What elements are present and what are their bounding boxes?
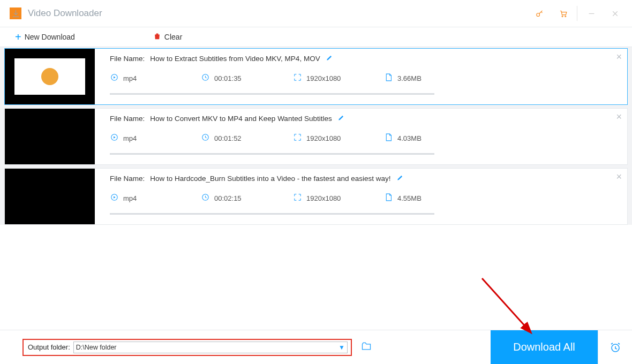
duration-value: 00:02:15 (214, 194, 242, 202)
footer: Output folder: D:\New folder ▼ Download … (0, 330, 632, 364)
clear-button[interactable]: Clear (138, 32, 197, 42)
file-icon (384, 73, 393, 84)
remove-item-button[interactable]: × (616, 172, 622, 181)
format-icon (110, 133, 119, 143)
file-name-value: How to Extract Subtitles from Video MKV,… (150, 55, 320, 63)
download-card[interactable]: File Name:How to Extract Subtitles from … (4, 48, 628, 105)
progress-bar (110, 153, 434, 155)
file-meta-row: mp400:02:151920x10804.55MB (110, 193, 616, 203)
file-name-value: How to Convert MKV to MP4 and Keep Wante… (150, 115, 332, 123)
maximize-icon (293, 193, 302, 203)
duration-value: 00:01:35 (214, 74, 242, 82)
close-button[interactable] (603, 3, 627, 24)
maximize-icon (293, 133, 302, 143)
clear-label: Clear (164, 33, 182, 41)
file-name-row: File Name:How to Extract Subtitles from … (110, 54, 616, 63)
resolution-value: 1920x1080 (306, 74, 341, 82)
resolution-cell: 1920x1080 (293, 133, 384, 143)
chevron-down-icon: ▼ (338, 344, 345, 351)
card-body: File Name:How to Hardcode_Burn Subtitles… (95, 169, 627, 224)
format-cell: mp4 (110, 133, 201, 143)
format-value: mp4 (123, 194, 137, 202)
video-thumbnail[interactable] (5, 109, 95, 164)
key-icon[interactable] (528, 3, 551, 24)
scheduler-button[interactable] (598, 330, 632, 365)
card-body: File Name:How to Convert MKV to MP4 and … (95, 109, 627, 164)
output-folder-label: Output folder: (28, 343, 70, 351)
resolution-cell: 1920x1080 (293, 73, 384, 84)
edit-name-button[interactable] (337, 114, 345, 123)
edit-name-button[interactable] (396, 174, 404, 183)
output-folder-value: D:\New folder (76, 344, 117, 351)
file-name-row: File Name:How to Hardcode_Burn Subtitles… (110, 174, 616, 183)
svg-point-1 (562, 16, 563, 17)
format-icon (110, 193, 119, 203)
edit-name-button[interactable] (326, 54, 333, 63)
remove-item-button[interactable]: × (616, 52, 622, 62)
titlebar-divider (577, 6, 577, 21)
file-name-row: File Name:How to Convert MKV to MP4 and … (110, 114, 616, 123)
resolution-value: 1920x1080 (306, 134, 341, 142)
file-meta-row: mp400:01:351920x10803.66MB (110, 73, 616, 84)
app-logo-icon (10, 7, 21, 19)
video-thumbnail[interactable] (5, 49, 95, 104)
minimize-button[interactable] (580, 3, 603, 24)
output-folder-combo[interactable]: D:\New folder ▼ (73, 342, 348, 353)
resolution-value: 1920x1080 (306, 194, 341, 202)
format-value: mp4 (123, 134, 137, 142)
format-cell: mp4 (110, 73, 201, 84)
svg-line-10 (482, 278, 530, 332)
size-value: 4.03MB (397, 134, 422, 142)
clock-icon (201, 73, 210, 84)
duration-cell: 00:01:52 (201, 133, 293, 143)
toolbar: + New Download Clear (0, 27, 632, 47)
file-meta-row: mp400:01:521920x10804.03MB (110, 133, 616, 143)
trash-icon (153, 32, 161, 42)
format-cell: mp4 (110, 193, 201, 203)
plus-icon: + (15, 32, 21, 42)
browse-folder-button[interactable] (360, 341, 372, 354)
download-all-label: Download All (513, 341, 575, 353)
file-name-label: File Name: (110, 55, 145, 63)
clock-icon (201, 193, 210, 203)
size-cell: 4.55MB (384, 193, 464, 203)
size-cell: 4.03MB (384, 133, 464, 143)
format-value: mp4 (123, 74, 137, 82)
size-cell: 3.66MB (384, 73, 464, 84)
file-name-value: How to Hardcode_Burn Subtitles into a Vi… (150, 175, 390, 183)
duration-cell: 00:02:15 (201, 193, 293, 203)
clock-icon (201, 133, 210, 143)
progress-bar (110, 93, 434, 95)
remove-item-button[interactable]: × (616, 112, 622, 122)
download-list: File Name:How to Extract Subtitles from … (0, 47, 632, 225)
new-download-label: New Download (25, 33, 75, 41)
thumbnail-graphic (41, 68, 58, 85)
format-icon (110, 73, 119, 84)
app-title: Video Downloader (28, 8, 102, 19)
card-body: File Name:How to Extract Subtitles from … (95, 49, 627, 104)
new-download-button[interactable]: + New Download (0, 32, 90, 42)
titlebar: Video Downloader (0, 0, 632, 27)
file-icon (384, 193, 393, 203)
file-icon (384, 133, 393, 143)
progress-bar (110, 213, 434, 215)
duration-value: 00:01:52 (214, 134, 242, 142)
download-all-button[interactable]: Download All (491, 330, 598, 365)
download-card[interactable]: File Name:How to Convert MKV to MP4 and … (4, 108, 628, 165)
resolution-cell: 1920x1080 (293, 193, 384, 203)
file-name-label: File Name: (110, 175, 145, 183)
file-name-label: File Name: (110, 115, 145, 123)
svg-point-0 (536, 13, 539, 16)
download-card[interactable]: File Name:How to Hardcode_Burn Subtitles… (4, 168, 628, 225)
duration-cell: 00:01:35 (201, 73, 293, 84)
size-value: 4.55MB (397, 194, 422, 202)
output-folder-wrap: Output folder: D:\New folder ▼ (22, 339, 352, 356)
video-thumbnail[interactable] (5, 169, 95, 224)
maximize-icon (293, 73, 302, 84)
cart-icon[interactable] (551, 3, 575, 24)
size-value: 3.66MB (397, 74, 422, 82)
svg-point-2 (565, 16, 566, 17)
